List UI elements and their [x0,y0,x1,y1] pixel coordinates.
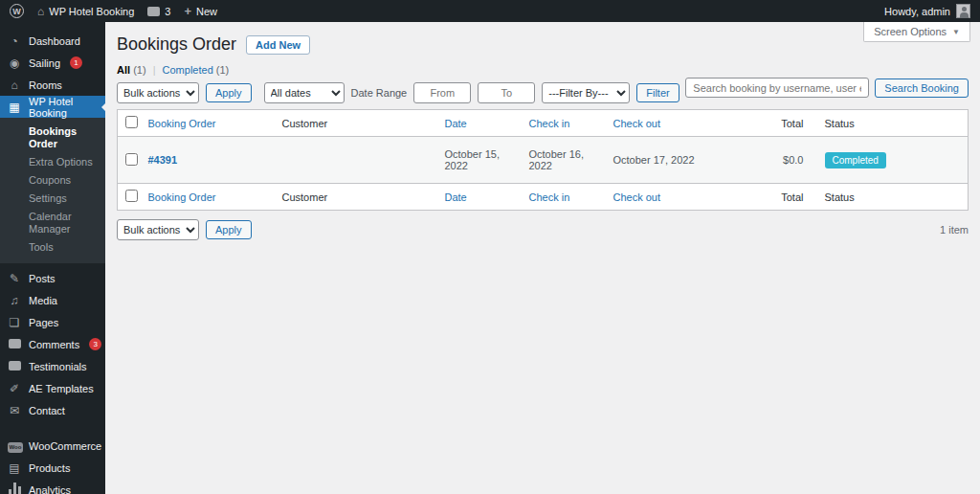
main-content: Screen Options ▼ Bookings Order Add New … [105,22,980,494]
item-count-bottom: 1 item [940,224,969,236]
wordpress-logo-icon: W [10,4,24,18]
footer-customer: Customer [275,184,437,211]
sidebar-item-sailing[interactable]: ◉ Sailing 1 [0,52,105,74]
screen-options-button[interactable]: Screen Options ▼ [863,22,970,42]
sidebar-item-analytics[interactable]: Analytics [0,479,105,494]
sidebar-item-testimonials[interactable]: Testimonials [0,355,105,377]
new-label: New [196,6,217,17]
sort-check-out[interactable]: Check out [613,118,661,129]
new-content-menu[interactable]: + New [184,4,217,18]
pin-icon: ✎ [8,272,21,285]
sidebar-item-rooms[interactable]: ⌂ Rooms [0,74,105,96]
search-input[interactable] [685,78,869,98]
sidebar-item-label: Comments [29,339,79,350]
sidebar-item-dashboard[interactable]: ◔ Dashboard [0,30,105,52]
add-new-button[interactable]: Add New [246,35,310,55]
submenu-item-tools[interactable]: Tools [0,238,105,257]
header-total: Total [773,110,812,137]
view-completed-link[interactable]: Completed [163,64,213,76]
apply-button-bottom[interactable]: Apply [206,220,252,239]
table-header-row: Booking Order Customer Date Check in Che… [118,110,969,137]
search-booking-button[interactable]: Search Booking [875,79,969,98]
comment-bubble-icon [8,338,21,351]
select-all-checkbox-bottom[interactable] [125,190,138,202]
booking-id-link[interactable]: #4391 [148,154,178,166]
date-filter-select[interactable]: All dates [264,82,345,103]
date-range-label: Date Range [351,87,408,99]
hotel-booking-submenu: Bookings Order Extra Options Coupons Set… [0,118,105,263]
submenu-item-settings[interactable]: Settings [0,190,105,208]
view-completed-count: (1) [216,64,229,76]
testimonial-bubble-icon [8,360,21,373]
view-filter-links: All (1) | Completed (1) [117,64,969,76]
bulk-actions-select[interactable]: Bulk actions [117,82,199,103]
cell-total: $0.0 [773,137,812,184]
template-pin-icon: ✐ [8,382,21,395]
cell-customer [275,137,437,184]
admin-bar-comments[interactable]: 3 [147,6,170,17]
select-all-checkbox[interactable] [125,116,138,128]
sidebar-item-comments[interactable]: Comments 3 [0,333,105,355]
wordpress-menu[interactable]: W [10,4,24,18]
header-customer: Customer [275,110,437,137]
cell-check-in: October 16, 2022 [522,137,606,184]
howdy-text: Howdy, admin [884,6,950,17]
bar-chart-icon [8,483,21,494]
sort-date-bottom[interactable]: Date [445,191,467,203]
date-to-input[interactable] [478,82,535,103]
sort-check-out-bottom[interactable]: Check out [613,191,661,203]
table-row: #4391 October 15, 2022 October 16, 2022 … [118,137,969,184]
cell-date: October 15, 2022 [437,137,522,184]
comments-bubble-icon [147,7,160,16]
sort-check-in-bottom[interactable]: Check in [529,191,570,203]
site-name-link[interactable]: ⌂ WP Hotel Booking [37,6,134,17]
sidebar-item-products[interactable]: ▤ Products [0,457,105,479]
sidebar-item-posts[interactable]: ✎ Posts [0,267,105,289]
sidebar-item-label: Media [29,295,57,306]
submenu-item-extra-options[interactable]: Extra Options [0,153,105,171]
admin-sidebar: ◔ Dashboard ◉ Sailing 1 ⌂ Rooms ▦ WP Hot… [0,22,105,494]
avatar [956,4,970,18]
submenu-item-bookings-order[interactable]: Bookings Order [0,123,105,153]
comments-count: 3 [165,6,170,17]
sidebar-item-label: Sailing [29,57,60,69]
sidebar-item-ae-templates[interactable]: ✐ AE Templates [0,377,105,399]
sidebar-item-label: WooCommerce [29,440,101,452]
home-icon: ⌂ [37,6,44,17]
media-icon: ♫ [8,294,21,307]
sidebar-item-wp-hotel-booking[interactable]: ▦ WP Hotel Booking [0,96,105,118]
screen-options-label: Screen Options [874,26,947,37]
row-checkbox[interactable] [125,153,138,166]
view-all-link[interactable]: All [117,64,130,76]
footer-status: Status [812,184,969,211]
sidebar-item-label: Contact [29,405,65,416]
notification-badge: 3 [89,338,101,350]
filter-button[interactable]: Filter [636,83,679,102]
sidebar-item-woocommerce[interactable]: Woo WooCommerce [0,435,105,457]
sort-check-in[interactable]: Check in [529,118,570,129]
account-menu[interactable]: Howdy, admin [884,4,970,18]
plus-icon: + [184,4,191,18]
footer-total: Total [773,184,812,211]
sidebar-item-contact[interactable]: ✉ Contact [0,399,105,421]
date-from-input[interactable] [413,82,471,103]
sidebar-item-pages[interactable]: ❏ Pages [0,311,105,333]
sort-booking-order-bottom[interactable]: Booking Order [148,191,216,203]
sidebar-item-label: Analytics [29,484,71,494]
pages-icon: ❏ [8,316,21,329]
sidebar-item-label: Pages [29,317,58,328]
sidebar-item-label: Posts [29,273,56,284]
search-box: Search Booking [685,78,969,98]
sidebar-item-label: AE Templates [29,383,94,394]
sort-booking-order[interactable]: Booking Order [148,118,216,129]
notification-badge: 1 [70,56,82,69]
filter-by-select[interactable]: ---Filter By--- [542,82,630,103]
apply-button[interactable]: Apply [206,83,252,102]
sort-date[interactable]: Date [445,118,467,129]
submenu-item-coupons[interactable]: Coupons [0,171,105,190]
products-icon: ▤ [8,461,21,475]
sidebar-item-media[interactable]: ♫ Media [0,289,105,311]
bulk-actions-select-bottom[interactable]: Bulk actions [117,219,199,240]
submenu-item-calendar-manager[interactable]: Calendar Manager [0,208,105,238]
chevron-down-icon: ▼ [952,28,960,36]
